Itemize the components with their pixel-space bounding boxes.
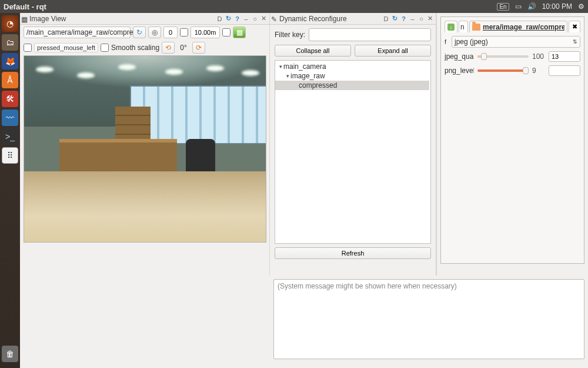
expand-all-button[interactable]: Expand all xyxy=(355,45,431,57)
pane-detach-button[interactable]: D xyxy=(215,14,224,23)
triangle-down-icon: ▾ xyxy=(278,64,283,69)
files-icon[interactable]: 🗂 xyxy=(2,34,18,51)
jpeg-quality-max: 100 xyxy=(532,52,545,61)
caret-updown-icon: ⇅ xyxy=(573,39,577,45)
window-title: Default - rqt xyxy=(4,2,46,11)
keyboard-lang-indicator[interactable]: En xyxy=(497,3,509,11)
pane-minimize-button[interactable]: – xyxy=(242,14,250,23)
param-tab-hidden-1[interactable] xyxy=(445,21,457,32)
jpeg-quality-row: jpeg_quality 100 xyxy=(445,51,580,62)
dyn-help-button[interactable]: ? xyxy=(399,14,408,23)
dyn-header: ✎Dynamic Reconfigure D ↻ ? – ○ ✕ xyxy=(270,13,436,25)
filter-label: Filter key: xyxy=(275,31,305,39)
rotate-ccw-button[interactable]: ⟲ xyxy=(162,42,175,54)
tree-row-image-raw[interactable]: ▾image_raw xyxy=(275,71,430,81)
pane-maximize-button[interactable]: ○ xyxy=(250,14,259,23)
refresh-topic-button[interactable]: ↻ xyxy=(133,26,146,38)
image-view-header: ▦Image View D ↻ ? – ○ ✕ xyxy=(20,13,269,25)
clock[interactable]: 10:00 PM xyxy=(542,2,572,11)
pane-reload-button[interactable]: ↻ xyxy=(224,14,233,23)
dyn-minimize-button[interactable]: – xyxy=(408,14,417,23)
image-view-title: Image View xyxy=(29,15,66,23)
rqt-app-icon[interactable]: ⠿ xyxy=(2,147,18,164)
snapshot-button[interactable]: ◎ xyxy=(148,26,161,38)
png-level-label: png_level xyxy=(445,67,474,75)
jpeg-quality-slider[interactable] xyxy=(477,52,529,61)
unity-launcher: ◔ 🗂 🦊 Å 🛠 〰 >_ ⠿ 🗑 xyxy=(0,13,20,368)
software-center-icon[interactable]: 🛠 xyxy=(2,91,18,107)
png-level-value-input[interactable] xyxy=(549,65,580,76)
image-view-blank xyxy=(20,276,270,368)
imageview-icon: ▦ xyxy=(21,15,28,22)
refresh-button[interactable]: Refresh xyxy=(275,247,431,259)
collapse-all-button[interactable]: Collapse all xyxy=(275,45,351,57)
tab-close-button[interactable]: ✖ xyxy=(569,21,580,32)
png-level-max: 9 xyxy=(532,67,545,75)
pressed-mouse-label: pressed_mouse_left xyxy=(34,43,98,52)
dyn-title: Dynamic Reconfigure xyxy=(279,15,347,23)
topic-select-value: /main_camera/image_raw/compres xyxy=(26,28,136,37)
png-level-row: png_level 9 xyxy=(445,65,580,76)
trash-icon[interactable]: 🗑 xyxy=(2,346,18,362)
param-tab-compressed[interactable]: mera/image_raw/compressed xyxy=(469,21,567,32)
download-icon xyxy=(447,24,455,31)
rotate-cw-button[interactable]: ⟳ xyxy=(192,42,205,54)
jpeg-quality-value-input[interactable] xyxy=(549,51,580,62)
param-tab-bar: n mera/image_raw/compressed ✖ xyxy=(445,21,580,32)
pane-close-button[interactable]: ✕ xyxy=(259,14,268,23)
dyn-close-button[interactable]: ✕ xyxy=(426,14,435,23)
png-level-slider[interactable] xyxy=(477,67,529,75)
terminal-icon[interactable]: >_ xyxy=(2,128,18,145)
rotation-degree: 0° xyxy=(177,44,190,52)
pane-help-button[interactable]: ? xyxy=(233,14,242,23)
amazon-icon[interactable]: Å xyxy=(2,72,18,88)
dyn-reload-button[interactable]: ↻ xyxy=(390,14,399,23)
image-view-toolbar-1: /main_camera/image_raw/compres ▾ ↻ ◎ ▦ xyxy=(20,25,269,40)
filter-input[interactable] xyxy=(309,28,431,41)
format-label: f xyxy=(445,38,449,45)
system-message-placeholder: (System message might be shown here when… xyxy=(278,282,457,290)
rqt-window: ▦Image View D ↻ ? – ○ ✕ /main_camera/ima… xyxy=(20,13,588,368)
dyn-detach-button[interactable]: D xyxy=(382,14,390,23)
system-message-area: (System message might be shown here when… xyxy=(270,276,588,363)
topic-select[interactable]: /main_camera/image_raw/compres ▾ xyxy=(24,26,131,38)
tree-row-main-camera[interactable]: ▾main_camera xyxy=(275,62,430,71)
smooth-scaling-checkbox[interactable] xyxy=(101,44,109,52)
image-view-pane: ▦Image View D ↻ ? – ○ ✕ /main_camera/ima… xyxy=(20,13,270,276)
camera-image-viewport xyxy=(24,55,266,243)
unknown-checkbox-2[interactable] xyxy=(222,28,230,37)
dyn-icon: ✎ xyxy=(271,15,278,22)
folder-icon xyxy=(472,24,480,31)
smooth-scaling-label: Smooth scaling xyxy=(111,44,159,52)
app-icon[interactable]: 〰 xyxy=(2,110,18,126)
dyn-maximize-button[interactable]: ○ xyxy=(417,14,426,23)
hz-input[interactable] xyxy=(163,26,178,38)
format-select[interactable]: jpeg (jpeg) ⇅ xyxy=(452,36,580,48)
session-gear-icon[interactable]: ⚙ xyxy=(578,2,584,11)
param-tab-hidden-2[interactable]: n xyxy=(459,21,468,32)
system-message-box: (System message might be shown here when… xyxy=(273,279,584,359)
node-tree[interactable]: ▾main_camera ▾image_raw compressed xyxy=(275,60,431,244)
firefox-icon[interactable]: 🦊 xyxy=(2,53,18,69)
color-scheme-button[interactable]: ▦ xyxy=(233,26,246,38)
dynamic-reconfigure-pane: ✎Dynamic Reconfigure D ↻ ? – ○ ✕ Filter … xyxy=(270,13,436,276)
tree-row-compressed[interactable]: compressed xyxy=(275,81,429,90)
unknown-checkbox-1[interactable] xyxy=(180,28,188,37)
max-distance-input[interactable] xyxy=(191,26,220,38)
battery-icon[interactable]: ▭ xyxy=(515,2,522,11)
system-menubar: Default - rqt En ▭ 🔊 10:00 PM ⚙ xyxy=(0,0,588,13)
image-view-toolbar-2: pressed_mouse_left Smooth scaling ⟲ 0° ⟳ xyxy=(20,40,269,55)
compressed-params-pane: n mera/image_raw/compressed ✖ f jpeg (jp… xyxy=(436,13,588,276)
volume-icon[interactable]: 🔊 xyxy=(527,2,536,11)
triangle-down-icon: ▾ xyxy=(285,73,290,79)
dash-icon[interactable]: ◔ xyxy=(2,15,18,32)
jpeg-quality-label: jpeg_quality xyxy=(445,52,474,61)
pressed-mouse-checkbox[interactable] xyxy=(24,44,32,52)
system-tray: En ▭ 🔊 10:00 PM ⚙ xyxy=(497,2,584,11)
param-tab-label: mera/image_raw/compressed xyxy=(483,23,564,31)
format-select-value: jpeg (jpeg) xyxy=(455,38,488,46)
